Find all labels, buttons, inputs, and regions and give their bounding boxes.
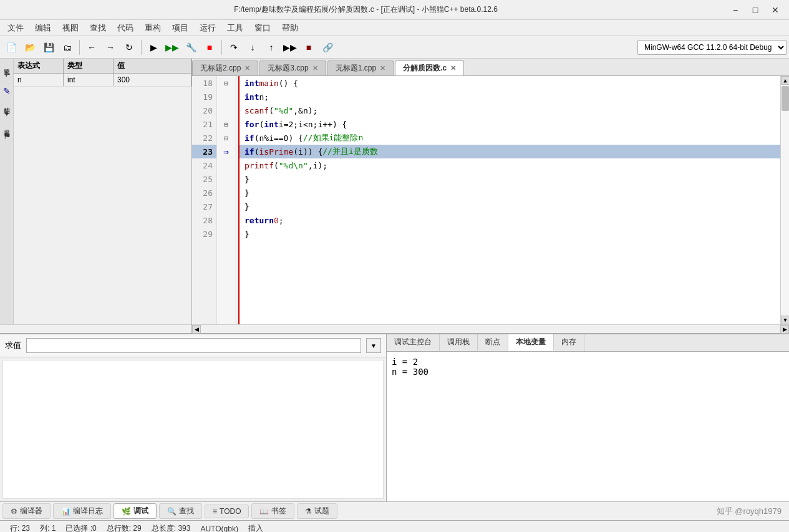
sidebar-icon6[interactable]: 提示 <box>1 122 12 127</box>
menu-project[interactable]: 项目 <box>167 21 193 35</box>
step-into-button[interactable]: ↓ <box>244 39 261 56</box>
sep1 <box>79 40 80 55</box>
vscroll-thumb[interactable] <box>782 86 789 111</box>
attach-button[interactable]: 🔗 <box>319 39 336 56</box>
sidebar-icon3[interactable]: ✎ <box>1 82 13 100</box>
tab-close-2[interactable]: ✕ <box>380 64 385 72</box>
minimize-button[interactable]: − <box>727 2 744 17</box>
maximize-button[interactable]: □ <box>747 2 764 17</box>
continue-button[interactable]: ▶▶ <box>281 39 299 56</box>
compiler-select[interactable]: MinGW-w64 GCC 11.2.0 64-bit Debug <box>637 40 787 55</box>
vscroll-up[interactable]: ▲ <box>781 76 789 85</box>
status-insert-mode: 插入 <box>248 523 263 532</box>
vscroll-down[interactable]: ▼ <box>781 316 789 324</box>
gutter-18[interactable]: ⊟ <box>217 76 235 90</box>
linenum-29: 29 <box>192 227 216 241</box>
sidebar-icon5[interactable]: ✦ <box>1 105 13 122</box>
debug-tab-locals[interactable]: 本地变量 <box>508 334 554 351</box>
save-all-button[interactable]: 🗂 <box>59 39 76 56</box>
tab-close-1[interactable]: ✕ <box>312 64 318 72</box>
debug-button[interactable]: 🔧 <box>182 39 200 56</box>
hscroll-right[interactable]: ▶ <box>780 325 789 334</box>
status-col: 列: 1 <box>40 523 56 532</box>
code-line-24: printf("%d\n",i); <box>240 158 780 172</box>
step-over-button[interactable]: ↷ <box>225 39 243 56</box>
menu-edit[interactable]: 编辑 <box>30 21 56 35</box>
linenum-24: 24 <box>192 158 216 172</box>
linenum-26: 26 <box>192 186 216 200</box>
editor-hscroll[interactable]: ◀ ▶ <box>192 324 789 333</box>
code-line-27: } <box>240 200 780 213</box>
menu-view[interactable]: 视图 <box>57 21 84 35</box>
tab-3[interactable]: 分解质因数.c ✕ <box>395 60 464 75</box>
eval-input[interactable] <box>26 338 361 353</box>
watch-hscroll[interactable] <box>0 324 191 333</box>
gutter-20 <box>217 104 235 117</box>
menu-code[interactable]: 代码 <box>112 21 138 35</box>
tab-2[interactable]: 无标题1.cpp ✕ <box>327 60 394 75</box>
linenum-20: 20 <box>192 104 216 117</box>
menu-run[interactable]: 运行 <box>195 21 221 35</box>
status-selection: 已选择 :0 <box>65 523 96 532</box>
menu-window[interactable]: 窗口 <box>249 21 276 35</box>
compile-button[interactable]: ▶ <box>145 39 162 56</box>
debug-tab-callstack[interactable]: 调用栈 <box>440 334 478 351</box>
vscroll[interactable]: ▲ ▼ <box>780 76 789 324</box>
gutter-26 <box>217 186 235 200</box>
sidebar-icon4[interactable]: 结构 <box>1 100 12 105</box>
bottom-tab-todo[interactable]: ≡ TODO <box>205 505 249 518</box>
new-button[interactable]: 📄 <box>2 39 20 56</box>
menu-refactor[interactable]: 重构 <box>140 21 166 35</box>
gutter-22[interactable]: ⊟ <box>217 131 235 145</box>
close-button[interactable]: ✕ <box>767 2 784 17</box>
dg-21 <box>236 117 238 131</box>
bottom-tab-compile-log[interactable]: 📊 编译日志 <box>53 503 111 519</box>
bottom-tab-find[interactable]: 🔍 查找 <box>159 503 202 519</box>
bottom-tab-compiler[interactable]: ⚙ 编译器 <box>2 503 51 519</box>
dg-26 <box>236 186 238 200</box>
code-editor[interactable]: 18 19 20 21 22 23 24 25 26 27 28 29 ⊟ ⊟ … <box>192 76 789 324</box>
menu-help[interactable]: 帮助 <box>277 21 303 35</box>
debug-tab-breakpoints[interactable]: 断点 <box>478 334 508 351</box>
menu-find[interactable]: 查找 <box>85 21 111 35</box>
sidebar-icon7[interactable]: ⚑ <box>1 127 13 145</box>
debug-tab-memory[interactable]: 内存 <box>554 334 584 351</box>
code-lines[interactable]: int main() { int n; scanf("%d",&n); for … <box>240 76 780 324</box>
open-button[interactable]: 📂 <box>21 39 39 56</box>
compile-log-icon: 📊 <box>61 507 70 516</box>
tab-close-0[interactable]: ✕ <box>244 64 250 72</box>
eval-dropdown-button[interactable]: ▼ <box>366 338 381 353</box>
gutter-29 <box>217 227 235 241</box>
save-button[interactable]: 💾 <box>40 39 57 56</box>
vscroll-track[interactable] <box>781 85 789 316</box>
tab-1[interactable]: 无标题3.cpp ✕ <box>259 60 326 75</box>
stop-button[interactable]: ■ <box>201 39 218 56</box>
compiler-icon: ⚙ <box>11 507 17 516</box>
hscroll-left[interactable]: ◀ <box>192 325 201 334</box>
stop-debug-button[interactable]: ■ <box>300 39 317 56</box>
gutter-23[interactable]: ⇒ <box>217 145 235 158</box>
linenum-18: 18 <box>192 76 216 90</box>
menu-tools[interactable]: 工具 <box>222 21 248 35</box>
gutter-21[interactable]: ⊟ <box>217 117 235 131</box>
refresh-button[interactable]: ↻ <box>120 39 138 56</box>
watch-type-0: int <box>64 74 114 86</box>
eval-body <box>2 360 384 499</box>
forward-button[interactable]: → <box>102 39 119 56</box>
debug-tab-console[interactable]: 调试主控台 <box>387 334 440 351</box>
run-button[interactable]: ▶▶ <box>163 39 181 56</box>
sidebar-fold-icon[interactable]: ↔ <box>1 66 13 82</box>
tab-close-3[interactable]: ✕ <box>450 64 456 72</box>
step-out-button[interactable]: ↑ <box>263 39 280 56</box>
back-button[interactable]: ← <box>83 39 100 56</box>
sidebar-watch-icon[interactable]: 监视 <box>1 61 12 66</box>
tab-0[interactable]: 无标题2.cpp ✕ <box>192 60 258 75</box>
watch-val-0: 300 <box>114 74 191 86</box>
menu-file[interactable]: 文件 <box>2 21 29 35</box>
locals-line-2: n = 300 <box>392 367 784 377</box>
bottom-tab-bookmark[interactable]: 📖 书签 <box>251 503 294 519</box>
dg-29 <box>236 227 238 241</box>
sep2 <box>141 40 142 55</box>
bottom-tab-debug[interactable]: 🌿 调试 <box>114 503 157 519</box>
bottom-tab-problems[interactable]: ⚗ 试题 <box>297 503 337 519</box>
